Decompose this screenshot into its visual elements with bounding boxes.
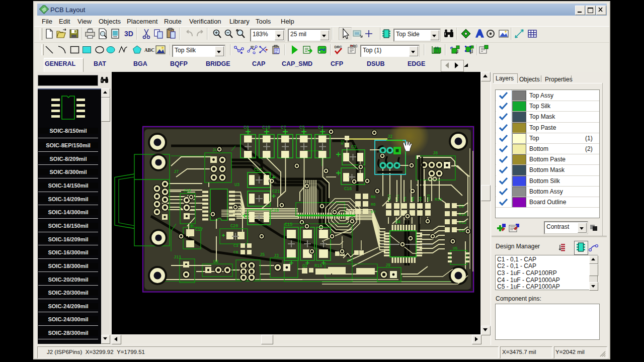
- svg-text:U8: U8: [213, 259, 218, 264]
- svg-text:C10: C10: [262, 125, 270, 130]
- svg-text:C3: C3: [351, 145, 356, 150]
- svg-text:C9: C9: [459, 204, 464, 209]
- svg-text:C4: C4: [419, 196, 423, 201]
- svg-text:J2: J2: [387, 134, 392, 139]
- svg-text:C7: C7: [281, 125, 286, 130]
- svg-text:ABC: ABC: [144, 48, 154, 53]
- svg-text:00: 00: [435, 46, 439, 50]
- svg-text:R13: R13: [435, 197, 442, 202]
- svg-text:J3: J3: [274, 253, 279, 258]
- svg-text:J7: J7: [174, 169, 179, 174]
- svg-text:C22: C22: [387, 194, 391, 201]
- svg-text:U4: U4: [395, 220, 400, 225]
- svg-text:R8: R8: [371, 195, 376, 199]
- svg-text:C5: C5: [299, 125, 305, 130]
- svg-text:R5: R5: [411, 196, 415, 201]
- svg-text:Q1: Q1: [302, 263, 307, 268]
- svg-text:C15: C15: [285, 222, 292, 227]
- svg-text:C4: C4: [318, 125, 324, 130]
- svg-text:C8: C8: [244, 125, 249, 130]
- svg-text:J8: J8: [433, 151, 438, 156]
- svg-text:R2: R2: [340, 140, 345, 145]
- svg-text:J5: J5: [260, 252, 265, 257]
- svg-text:C20: C20: [230, 224, 238, 229]
- svg-text:C21: C21: [272, 189, 280, 194]
- svg-text:U5: U5: [453, 246, 458, 250]
- svg-text:J10: J10: [183, 189, 191, 194]
- svg-text:U3: U3: [234, 183, 239, 188]
- svg-text:3D: 3D: [124, 30, 133, 38]
- svg-text:X1: X1: [347, 258, 352, 262]
- svg-text:R7: R7: [371, 210, 376, 214]
- svg-text:C3: C3: [233, 243, 238, 248]
- svg-text:J9: J9: [385, 263, 390, 268]
- svg-text:C18: C18: [271, 208, 279, 213]
- svg-text:C16: C16: [344, 187, 352, 192]
- svg-text:J11: J11: [174, 255, 181, 260]
- svg-text:C17: C17: [195, 227, 203, 232]
- svg-text:R11: R11: [395, 194, 399, 201]
- svg-text:C23: C23: [427, 194, 431, 201]
- svg-text:R6: R6: [371, 202, 376, 207]
- svg-text:C6: C6: [233, 250, 238, 254]
- svg-text:R15: R15: [314, 263, 322, 268]
